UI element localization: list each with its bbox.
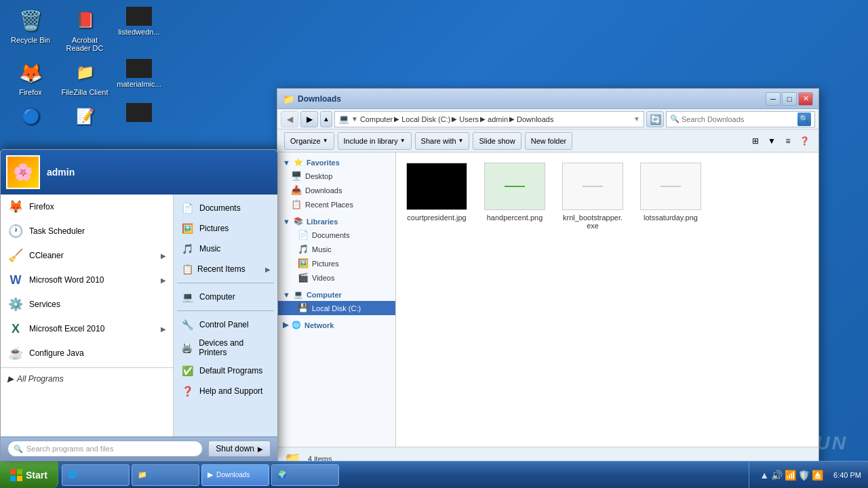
file-item-lotssaturday[interactable]: lotssaturday.png (637, 159, 705, 233)
nav-item-pictures[interactable]: 🖼️ Pictures (277, 256, 395, 270)
desktop-icon-chrome[interactable]: 🔵 (7, 103, 54, 132)
search-input[interactable] (682, 115, 795, 123)
address-segment-disk[interactable]: Local Disk (C:) ▶ (401, 115, 457, 123)
nav-item-desktop[interactable]: 🖥️ Desktop (277, 169, 395, 183)
start-right-computer[interactable]: 💻 Computer (174, 287, 277, 307)
libraries-label: Libraries (307, 218, 338, 226)
shutdown-button[interactable]: Shut down ▶ (208, 441, 271, 457)
tray-clock[interactable]: 6:40 PM (830, 471, 861, 479)
tray-network-icon[interactable]: 🔊 (771, 470, 783, 481)
computer-header[interactable]: ▼ 💻 Computer (277, 288, 395, 301)
address-computer[interactable]: Computer (360, 115, 393, 123)
address-end-arrow[interactable]: ▼ (633, 115, 640, 123)
address-bar[interactable]: 💻 ▼ Computer ▶ Local Disk (C:) ▶ Users ▶… (334, 111, 644, 127)
start-right-recent-items[interactable]: 📋 Recent Items ▶ (174, 259, 277, 279)
favorites-arrow: ▼ (283, 159, 290, 167)
forward-button[interactable]: ▶ (300, 111, 318, 127)
desktop-icon-listedwed[interactable]: listedwedn... (115, 7, 163, 52)
taskbar-quick-launch: 🌐 📁 ▶ Downloads 🌍 (58, 462, 749, 488)
nav-item-documents[interactable]: 📄 Documents (277, 228, 395, 242)
taskbar-ie-button[interactable]: 🌐 (62, 464, 130, 486)
file-item-krnl[interactable]: krnl_bootstrapper. exe (559, 159, 627, 233)
favorites-header[interactable]: ▼ ⭐ Favorites (277, 156, 395, 169)
include-library-button[interactable]: Include in library ▼ (338, 132, 412, 150)
start-right-documents[interactable]: 📄 Documents (174, 198, 277, 218)
nav-item-downloads[interactable]: 📥 Downloads (277, 183, 395, 197)
slide-show-button[interactable]: Slide show (473, 132, 521, 150)
address-dropdown[interactable]: ▼ (351, 115, 358, 123)
refresh-button[interactable]: 🔄 (646, 111, 664, 127)
nav-item-music[interactable]: 🎵 Music (277, 242, 395, 256)
start-item-services[interactable]: ⚙️ Services (1, 292, 173, 317)
minimize-button[interactable]: ─ (766, 92, 781, 106)
default-programs-label: Default Programs (199, 366, 262, 375)
up-button[interactable]: ▲ (320, 111, 332, 127)
desktop-icon-icon9[interactable] (115, 103, 163, 132)
nav-item-recent-places[interactable]: 📋 Recent Places (277, 197, 395, 211)
help-button[interactable]: ❓ (797, 134, 812, 148)
maximize-button[interactable]: □ (782, 92, 797, 106)
acrobat-label: Acrobat Reader DC (61, 36, 108, 52)
back-button[interactable]: ◀ (281, 111, 298, 127)
taskbar-explorer-button[interactable]: 📁 (132, 464, 199, 486)
share-with-button[interactable]: Share with ▼ (415, 132, 470, 150)
address-disk[interactable]: Local Disk (C:) (401, 115, 450, 123)
file-item-courtpresident[interactable]: courtpresident.jpg (403, 159, 471, 233)
all-programs-item[interactable]: ▶ All Programs (1, 370, 173, 388)
desktop-icon-acrobat[interactable]: 📕 Acrobat Reader DC (61, 7, 108, 52)
listedwed-label: listedwedn... (118, 28, 159, 36)
address-segment-computer[interactable]: Computer ▶ (360, 115, 399, 123)
address-users[interactable]: Users (459, 115, 479, 123)
start-button[interactable]: Start (0, 462, 58, 488)
new-folder-button[interactable]: New folder (525, 132, 573, 150)
network-header[interactable]: ▶ 🌐 Network (277, 319, 395, 331)
address-segment-users[interactable]: Users ▶ (459, 115, 486, 123)
libraries-header[interactable]: ▼ 📚 Libraries (277, 215, 395, 228)
firefox-start-icon: 🦊 (7, 199, 24, 215)
start-item-ccleaner[interactable]: 🧹 CCleaner ▶ (1, 243, 173, 268)
desktop-icon-firefox[interactable]: 🦊 Firefox (7, 59, 54, 96)
tray-security-icon[interactable]: 🛡️ (798, 470, 810, 481)
tray-extra-icon[interactable]: ⏏️ (812, 470, 823, 481)
start-item-task-scheduler[interactable]: 🕐 Task Scheduler (1, 219, 173, 243)
start-menu-divider (1, 367, 173, 368)
close-button[interactable]: ✕ (798, 92, 813, 106)
nav-item-videos[interactable]: 🎬 Videos (277, 270, 395, 285)
address-segment-downloads[interactable]: Downloads (517, 115, 553, 123)
view-details-button[interactable]: ≡ (781, 134, 795, 148)
start-item-config-java[interactable]: ☕ Configure Java (1, 341, 173, 365)
search-box[interactable]: 🔍 Search programs and files (7, 441, 203, 457)
taskbar-browser2-button[interactable]: 🌍 (271, 464, 339, 486)
music-right-label: Music (199, 244, 220, 253)
address-admin[interactable]: admin (488, 115, 508, 123)
start-right-default-programs[interactable]: ✅ Default Programs (174, 361, 277, 381)
address-downloads[interactable]: Downloads (517, 115, 553, 123)
desktop-icon-recycle-bin[interactable]: 🗑️ Recycle Bin (7, 7, 54, 52)
start-right-music[interactable]: 🎵 Music (174, 239, 277, 259)
desktop-icon-word[interactable]: 📝 (61, 103, 108, 132)
shutdown-arrow-icon: ▶ (258, 445, 263, 453)
tray-hide-icon[interactable]: ▲ (760, 470, 769, 481)
view-preview-button[interactable]: ⊞ (748, 134, 763, 148)
start-right-help-support[interactable]: ❓ Help and Support (174, 381, 277, 401)
taskbar-media-button[interactable]: ▶ Downloads (201, 464, 269, 486)
start-item-msword[interactable]: W Microsoft Word 2010 ▶ (1, 268, 173, 292)
start-item-msexcel[interactable]: X Microsoft Excel 2010 ▶ (1, 317, 173, 341)
desktop-icon-materialmic[interactable]: materialmic... (115, 59, 163, 96)
desktop-icon-filezilla[interactable]: 📁 FileZilla Client (61, 59, 108, 96)
start-right-control-panel[interactable]: 🔧 Control Panel (174, 314, 277, 335)
view-dropdown-button[interactable]: ▼ (764, 134, 779, 148)
search-bar[interactable]: 🔍 🔍 (666, 111, 815, 127)
address-segment-admin[interactable]: admin ▶ (488, 115, 515, 123)
start-right-devices-printers[interactable]: 🖨️ Devices and Printers (174, 335, 277, 361)
search-submit-button[interactable]: 🔍 (797, 113, 811, 126)
tray-volume-icon[interactable]: 📶 (785, 470, 796, 481)
share-with-arrow: ▼ (458, 138, 464, 144)
nav-downloads-label: Downloads (305, 186, 342, 195)
start-right-pictures[interactable]: 🖼️ Pictures (174, 218, 277, 239)
start-item-firefox[interactable]: 🦊 Firefox (1, 195, 173, 219)
file-item-handpercent[interactable]: handpercent.png (481, 159, 549, 233)
nav-item-local-disk[interactable]: 💾 Local Disk (C:) (277, 301, 395, 315)
organize-button[interactable]: Organize ▼ (284, 132, 334, 150)
username-label: admin (47, 167, 75, 178)
